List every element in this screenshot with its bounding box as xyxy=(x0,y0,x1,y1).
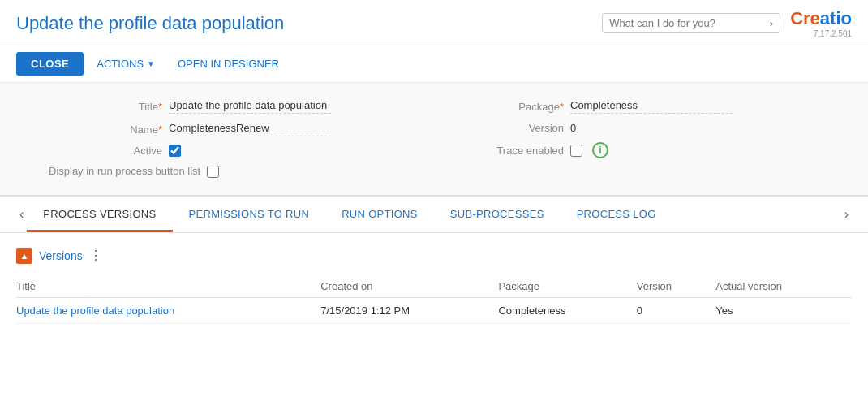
active-checkbox[interactable] xyxy=(169,145,181,157)
table-header: Title Created on Package Version Actual … xyxy=(16,275,852,298)
table-header-row: Title Created on Package Version Actual … xyxy=(16,275,852,298)
tab-sub-processes[interactable]: SUB-PROCESSES xyxy=(434,197,561,232)
row-created-on: 7/15/2019 1:12 PM xyxy=(320,297,498,323)
versions-header: ▲ Versions ⋮ xyxy=(16,243,852,269)
search-arrow-icon: › xyxy=(770,17,773,29)
active-row: Active xyxy=(49,145,418,157)
open-designer-button[interactable]: OPEN IN DESIGNER xyxy=(168,52,289,76)
form-left: Title* Update the profile data populatio… xyxy=(49,99,418,179)
logo-version: 7.17.2.501 xyxy=(814,29,852,38)
version-value: 0 xyxy=(570,122,576,134)
table-body: Update the profile data population 7/15/… xyxy=(16,297,852,323)
package-value[interactable]: Completeness xyxy=(570,99,733,114)
title-row: Title* Update the profile data populatio… xyxy=(49,99,418,114)
form-section-wrapper: 〈 Title* Update the profile data populat… xyxy=(0,83,868,197)
content-area: ▲ Versions ⋮ Title Created on Package Ve… xyxy=(0,233,868,334)
form-grid: Title* Update the profile data populatio… xyxy=(49,99,819,179)
row-version: 0 xyxy=(637,297,716,323)
form-right: Package* Completeness Version 0 Trace en… xyxy=(450,99,819,179)
row-title[interactable]: Update the profile data population xyxy=(16,297,320,323)
versions-title: Versions xyxy=(39,249,83,262)
dropdown-arrow-icon: ▼ xyxy=(147,59,155,68)
tab-prev-button[interactable]: ‹ xyxy=(16,201,27,228)
active-label: Active xyxy=(49,145,162,157)
header-right: › Creatio 7.17.2.501 xyxy=(602,8,852,38)
tab-process-log[interactable]: PROCESS LOG xyxy=(561,197,672,232)
name-label: Name* xyxy=(49,123,162,136)
logo: Creatio 7.17.2.501 xyxy=(790,8,852,38)
tab-run-options[interactable]: RUN OPTIONS xyxy=(325,197,434,232)
trace-enabled-checkbox[interactable] xyxy=(570,145,582,157)
close-button[interactable]: CLOSE xyxy=(16,52,84,76)
table-row: Update the profile data population 7/15/… xyxy=(16,297,852,323)
package-row: Package* Completeness xyxy=(450,99,819,114)
tabs-section: ‹ PROCESS VERSIONS PERMISSIONS TO RUN RU… xyxy=(0,197,868,233)
search-box[interactable]: › xyxy=(602,13,780,33)
toolbar: CLOSE ACTIONS ▼ OPEN IN DESIGNER xyxy=(0,45,868,83)
title-label: Title* xyxy=(49,101,162,113)
tab-next-button[interactable]: › xyxy=(841,201,852,228)
col-created-on: Created on xyxy=(320,275,498,298)
page-title: Update the profile data population xyxy=(16,13,284,34)
col-package: Package xyxy=(498,275,636,298)
required-star-name: * xyxy=(158,123,162,136)
row-actual-version: Yes xyxy=(715,297,852,323)
tabs-header: ‹ PROCESS VERSIONS PERMISSIONS TO RUN RU… xyxy=(0,197,868,232)
versions-collapse-icon[interactable]: ▲ xyxy=(16,248,32,264)
required-star: * xyxy=(158,101,162,113)
col-version: Version xyxy=(637,275,716,298)
tab-permissions-to-run[interactable]: PERMISSIONS TO RUN xyxy=(173,197,326,232)
col-actual-version: Actual version xyxy=(715,275,852,298)
actions-label: ACTIONS xyxy=(97,58,144,70)
name-value[interactable]: CompletenessRenew xyxy=(169,122,331,136)
col-title: Title xyxy=(16,275,320,298)
display-run-label: Display in run process button list xyxy=(49,165,200,179)
tab-process-versions[interactable]: PROCESS VERSIONS xyxy=(27,197,172,232)
required-star-pkg: * xyxy=(560,101,564,113)
search-input[interactable] xyxy=(609,17,770,29)
version-row: Version 0 xyxy=(450,122,819,134)
form-section: Title* Update the profile data populatio… xyxy=(0,83,868,197)
actions-button[interactable]: ACTIONS ▼ xyxy=(87,52,165,76)
trace-enabled-label: Trace enabled xyxy=(450,145,564,157)
logo-name: Creatio xyxy=(790,8,852,28)
versions-menu-icon[interactable]: ⋮ xyxy=(89,248,102,263)
name-row: Name* CompletenessRenew xyxy=(49,122,418,136)
row-package: Completeness xyxy=(498,297,636,323)
version-label: Version xyxy=(450,122,564,134)
header: Update the profile data population › Cre… xyxy=(0,0,868,45)
display-run-checkbox[interactable] xyxy=(207,166,219,178)
display-run-row: Display in run process button list xyxy=(49,165,418,179)
info-icon[interactable]: i xyxy=(592,142,608,158)
title-value[interactable]: Update the profile data population xyxy=(169,99,331,114)
logo-text: Creatio xyxy=(790,8,852,29)
tabs-list: PROCESS VERSIONS PERMISSIONS TO RUN RUN … xyxy=(27,197,840,232)
package-label: Package* xyxy=(450,101,564,113)
versions-table: Title Created on Package Version Actual … xyxy=(16,275,852,324)
trace-enabled-row: Trace enabled i xyxy=(450,142,819,158)
